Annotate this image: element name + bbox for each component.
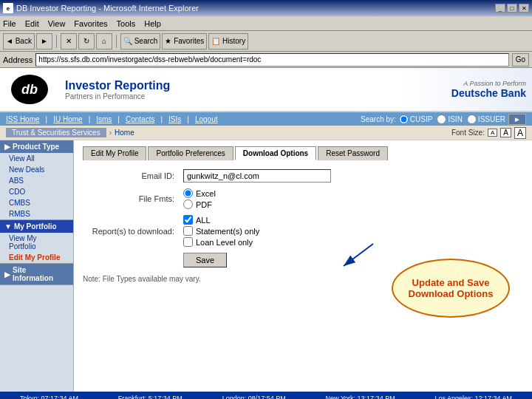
menu-edit[interactable]: Edit [25,19,39,28]
tab-portfolio-prefs[interactable]: Portfolio Preferences [148,146,233,160]
menu-view[interactable]: View [48,19,66,28]
font-small-button[interactable]: A [488,129,497,137]
header-right: A Passion to Perform Deutsche Bank [399,68,532,111]
sidebar-cmbs[interactable]: CMBS [0,197,73,208]
sidebar: ▶ Product Type View All New Deals ABS CD… [0,140,74,392]
footer-london: London: 08/17:54 PM [222,395,286,399]
trust-securities-label: Trust & Securities Services [6,128,106,137]
menu-help[interactable]: Help [144,19,161,28]
search-radio-group: CUSIP ISIN ISSUER [399,115,505,124]
menu-favorites[interactable]: Favorites [74,19,107,28]
menu-tools[interactable]: Tools [117,19,136,28]
font-medium-button[interactable]: A [500,128,511,137]
page-header: db Investor Reporting Partners in Perfor… [0,68,532,112]
tab-reset-password[interactable]: Reset Password [318,146,388,160]
address-bar: Address Go [0,52,532,68]
sub-nav-breadcrumb: Trust & Securities Services › Home [6,128,134,137]
svg-line-0 [344,244,373,266]
page-subtitle: Partners in Performance [65,92,393,100]
search-issuer[interactable]: ISSUER [467,115,505,124]
sidebar-edit-profile[interactable]: Edit My Profile [0,252,73,263]
nav-contacts[interactable]: Contacts [126,115,154,123]
sub-nav-font: Font Size: A A A [451,127,526,139]
footer-new-york: New York: 13:17:34 PM [326,395,395,399]
search-button[interactable]: 🔍 Search [120,33,160,50]
form-table: Email ID: File Fmts: Excel PDF [83,166,523,270]
nav-iss-home[interactable]: ISS Home [6,115,40,123]
sidebar-site-info-header[interactable]: ▶ Site Information [0,264,73,284]
close-button[interactable]: ✕ [519,4,529,13]
sidebar-view-all[interactable]: View All [0,153,73,164]
favorites-button[interactable]: ★ Favorites [162,33,207,50]
sidebar-rmbs[interactable]: RMBS [0,208,73,219]
sub-nav: Trust & Securities Services › Home Font … [0,126,532,140]
content-area: Edit My Profile Portfolio Preferences Do… [74,140,532,392]
breadcrumb-home[interactable]: Home [115,129,134,137]
font-size-label: Font Size: [451,129,485,137]
arrow-svg [329,240,388,270]
nav-iu-home[interactable]: IU Home [53,115,82,123]
form-row-file-format: File Fmts: Excel PDF [83,185,523,212]
sidebar-my-portfolio-header[interactable]: ▼ My Portfolio [0,220,73,233]
format-pdf[interactable]: PDF [183,200,519,209]
file-format-radio-group: Excel PDF [183,188,519,209]
chevron-down-icon: ▼ [4,222,12,231]
db-logo: db [11,75,48,104]
page-title: Investor Reporting [65,79,393,92]
refresh-button[interactable]: ↻ [78,33,95,50]
report-label: Report(s) to download: [83,212,179,250]
tab-bar: Edit My Profile Portfolio Preferences Do… [83,146,523,160]
search-isin[interactable]: ISIN [437,115,462,124]
form-row-email: Email ID: [83,166,523,185]
menu-bar: File Edit View Favorites Tools Help [0,16,532,31]
history-button[interactable]: 📋 History [208,33,248,50]
report-all[interactable]: ALL [183,215,519,225]
window-title: DB Investor Reporting - Microsoft Intern… [16,4,199,13]
sidebar-view-portfolio[interactable]: View My Portfolio [0,233,73,252]
db-logo-text: db [21,82,38,98]
sidebar-section-my-portfolio: ▼ My Portfolio View My Portfolio Edit My… [0,220,73,264]
sidebar-abs[interactable]: ABS [0,175,73,186]
tab-edit-profile[interactable]: Edit My Profile [83,146,146,160]
home-button[interactable]: ⌂ [96,33,112,50]
sidebar-section-product-type: ▶ Product Type View All New Deals ABS CD… [0,140,73,220]
format-excel[interactable]: Excel [183,188,519,198]
maximize-button[interactable]: □ [507,4,517,13]
file-format-label: File Fmts: [83,185,179,212]
save-button[interactable]: Save [183,253,227,267]
back-button[interactable]: ◄ Back [3,33,35,50]
address-input[interactable] [35,53,508,66]
stop-button[interactable]: ✕ [61,33,77,50]
footer-la: Los Angeles: 12:17:34 AM [434,395,512,399]
footer-timezones: Tokyo: 07:17:34 AM Frankfurt: 5:17:34 PM… [0,392,532,399]
nav-strip: ISS Home | IU Home | Isms | Contacts | I… [0,112,532,126]
email-label: Email ID: [83,166,179,185]
tooltip-bubble: Update and SaveDownload Options [392,259,510,318]
font-large-button[interactable]: A [514,127,526,139]
sidebar-section-site-info: ▶ Site Information [0,264,73,285]
toolbar-separator-1 [56,35,57,48]
search-cusip[interactable]: CUSIP [399,115,433,124]
email-input[interactable] [183,169,331,183]
toolbar-separator-2 [116,35,117,48]
search-go-button[interactable]: ► [508,114,526,125]
footer-frankfurt: Frankfurt: 5:17:34 PM [118,395,183,399]
nav-isms[interactable]: Isms [96,115,112,123]
toolbar: ◄ Back ► ✕ ↻ ⌂ 🔍 Search ★ Favorites 📋 Hi… [0,31,532,52]
menu-file[interactable]: File [3,19,16,28]
go-button[interactable]: Go [512,53,529,66]
header-center: Investor Reporting Partners in Performan… [59,68,399,111]
tab-download-options[interactable]: Download Options [235,146,316,160]
minimize-button[interactable]: _ [495,4,505,13]
sidebar-product-type-header[interactable]: ▶ Product Type [0,140,73,153]
sidebar-cdo[interactable]: CDO [0,186,73,197]
nav-isis[interactable]: ISIs [168,115,181,123]
report-statements-only[interactable]: Statement(s) only [183,226,519,236]
nav-logout[interactable]: Logout [195,115,218,123]
address-label: Address [3,55,33,64]
sidebar-new-deals[interactable]: New Deals [0,164,73,175]
search-area: Search by: CUSIP ISIN ISSUER ► [361,114,526,125]
main-layout: ▶ Product Type View All New Deals ABS CD… [0,140,532,392]
footer-tokyo: Tokyo: 07:17:34 AM [20,395,78,399]
forward-button[interactable]: ► [36,33,52,50]
